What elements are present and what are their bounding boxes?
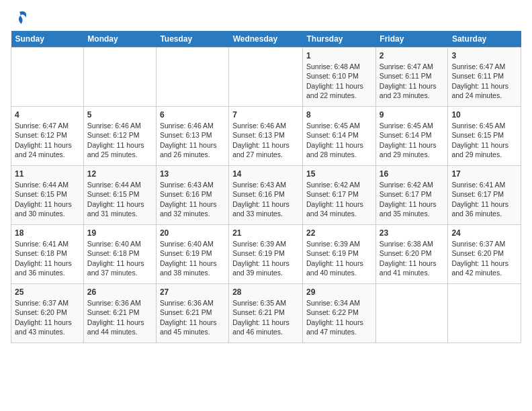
calendar-cell (448, 284, 521, 343)
calendar-cell (11, 48, 84, 107)
day-info: Sunrise: 6:47 AM Sunset: 6:11 PM Dayligh… (451, 62, 508, 99)
calendar-cell: 7Sunrise: 6:46 AM Sunset: 6:13 PM Daylig… (229, 107, 303, 166)
day-number: 9 (380, 109, 445, 120)
day-info: Sunrise: 6:38 AM Sunset: 6:20 PM Dayligh… (380, 240, 437, 277)
calendar-page: SundayMondayTuesdayWednesdayThursdayFrid… (0, 0, 532, 349)
day-info: Sunrise: 6:35 AM Sunset: 6:21 PM Dayligh… (232, 299, 290, 336)
calendar-cell (375, 284, 448, 343)
calendar-cell: 15Sunrise: 6:42 AM Sunset: 6:17 PM Dayli… (303, 166, 376, 225)
day-info: Sunrise: 6:47 AM Sunset: 6:11 PM Dayligh… (380, 62, 437, 99)
calendar-cell: 21Sunrise: 6:39 AM Sunset: 6:19 PM Dayli… (229, 225, 303, 284)
page-header (11, 8, 521, 27)
day-number: 10 (451, 109, 517, 120)
day-number: 6 (160, 109, 225, 120)
day-info: Sunrise: 6:46 AM Sunset: 6:13 PM Dayligh… (160, 122, 217, 158)
day-info: Sunrise: 6:42 AM Sunset: 6:17 PM Dayligh… (306, 181, 363, 218)
logo-icon (11, 8, 30, 27)
day-info: Sunrise: 6:43 AM Sunset: 6:16 PM Dayligh… (160, 181, 217, 218)
day-info: Sunrise: 6:41 AM Sunset: 6:18 PM Dayligh… (15, 240, 72, 277)
day-info: Sunrise: 6:48 AM Sunset: 6:10 PM Dayligh… (306, 62, 363, 99)
day-number: 23 (380, 228, 445, 238)
day-number: 8 (306, 109, 372, 120)
day-info: Sunrise: 6:45 AM Sunset: 6:14 PM Dayligh… (380, 122, 437, 158)
calendar-cell: 25Sunrise: 6:37 AM Sunset: 6:20 PM Dayli… (11, 284, 84, 343)
day-number: 29 (306, 287, 372, 298)
day-number: 2 (380, 50, 445, 61)
logo (11, 8, 32, 27)
day-number: 22 (306, 228, 372, 238)
weekday-header-monday: Monday (83, 31, 156, 48)
calendar-cell (83, 48, 156, 107)
day-number: 11 (15, 169, 80, 179)
calendar-week-5: 25Sunrise: 6:37 AM Sunset: 6:20 PM Dayli… (11, 284, 521, 343)
calendar-cell: 14Sunrise: 6:43 AM Sunset: 6:16 PM Dayli… (229, 166, 303, 225)
day-number: 14 (232, 169, 299, 179)
day-number: 15 (306, 169, 372, 179)
day-info: Sunrise: 6:45 AM Sunset: 6:15 PM Dayligh… (451, 122, 508, 158)
day-number: 4 (15, 109, 80, 120)
calendar-cell: 10Sunrise: 6:45 AM Sunset: 6:15 PM Dayli… (448, 107, 521, 166)
calendar-cell (156, 48, 228, 107)
calendar-cell: 23Sunrise: 6:38 AM Sunset: 6:20 PM Dayli… (375, 225, 448, 284)
day-number: 27 (160, 287, 225, 298)
calendar-cell: 4Sunrise: 6:47 AM Sunset: 6:12 PM Daylig… (11, 107, 84, 166)
day-info: Sunrise: 6:41 AM Sunset: 6:17 PM Dayligh… (451, 181, 508, 218)
day-info: Sunrise: 6:39 AM Sunset: 6:19 PM Dayligh… (306, 240, 363, 277)
day-info: Sunrise: 6:42 AM Sunset: 6:17 PM Dayligh… (380, 181, 437, 218)
day-number: 7 (232, 109, 299, 120)
calendar-week-4: 18Sunrise: 6:41 AM Sunset: 6:18 PM Dayli… (11, 225, 521, 284)
day-info: Sunrise: 6:40 AM Sunset: 6:18 PM Dayligh… (87, 240, 144, 277)
calendar-cell: 18Sunrise: 6:41 AM Sunset: 6:18 PM Dayli… (11, 225, 84, 284)
calendar-week-3: 11Sunrise: 6:44 AM Sunset: 6:15 PM Dayli… (11, 166, 521, 225)
day-info: Sunrise: 6:34 AM Sunset: 6:22 PM Dayligh… (306, 299, 363, 336)
calendar-cell: 20Sunrise: 6:40 AM Sunset: 6:19 PM Dayli… (156, 225, 228, 284)
day-number: 3 (451, 50, 517, 61)
calendar-cell: 22Sunrise: 6:39 AM Sunset: 6:19 PM Dayli… (303, 225, 376, 284)
calendar-cell: 6Sunrise: 6:46 AM Sunset: 6:13 PM Daylig… (156, 107, 228, 166)
calendar-cell: 8Sunrise: 6:45 AM Sunset: 6:14 PM Daylig… (303, 107, 376, 166)
weekday-header-sunday: Sunday (11, 31, 84, 48)
day-number: 5 (87, 109, 152, 120)
day-info: Sunrise: 6:45 AM Sunset: 6:14 PM Dayligh… (306, 122, 363, 158)
weekday-header-saturday: Saturday (448, 31, 521, 48)
calendar-cell: 24Sunrise: 6:37 AM Sunset: 6:20 PM Dayli… (448, 225, 521, 284)
calendar-cell: 9Sunrise: 6:45 AM Sunset: 6:14 PM Daylig… (375, 107, 448, 166)
calendar-cell: 13Sunrise: 6:43 AM Sunset: 6:16 PM Dayli… (156, 166, 228, 225)
calendar-cell: 1Sunrise: 6:48 AM Sunset: 6:10 PM Daylig… (303, 48, 376, 107)
calendar-cell: 17Sunrise: 6:41 AM Sunset: 6:17 PM Dayli… (448, 166, 521, 225)
calendar-cell: 28Sunrise: 6:35 AM Sunset: 6:21 PM Dayli… (229, 284, 303, 343)
calendar-cell: 12Sunrise: 6:44 AM Sunset: 6:15 PM Dayli… (83, 166, 156, 225)
day-number: 12 (87, 169, 152, 179)
calendar-cell (229, 48, 303, 107)
day-number: 26 (87, 287, 152, 298)
day-info: Sunrise: 6:44 AM Sunset: 6:15 PM Dayligh… (87, 181, 144, 218)
calendar-cell: 27Sunrise: 6:36 AM Sunset: 6:21 PM Dayli… (156, 284, 228, 343)
day-info: Sunrise: 6:44 AM Sunset: 6:15 PM Dayligh… (15, 181, 72, 218)
day-info: Sunrise: 6:47 AM Sunset: 6:12 PM Dayligh… (15, 122, 72, 158)
weekday-header-tuesday: Tuesday (156, 31, 228, 48)
calendar-cell: 19Sunrise: 6:40 AM Sunset: 6:18 PM Dayli… (83, 225, 156, 284)
day-number: 18 (15, 228, 80, 238)
calendar-cell: 2Sunrise: 6:47 AM Sunset: 6:11 PM Daylig… (375, 48, 448, 107)
day-info: Sunrise: 6:39 AM Sunset: 6:19 PM Dayligh… (232, 240, 290, 277)
day-number: 19 (87, 228, 152, 238)
day-info: Sunrise: 6:37 AM Sunset: 6:20 PM Dayligh… (15, 299, 72, 336)
calendar-cell: 29Sunrise: 6:34 AM Sunset: 6:22 PM Dayli… (303, 284, 376, 343)
day-info: Sunrise: 6:46 AM Sunset: 6:13 PM Dayligh… (232, 122, 290, 158)
day-info: Sunrise: 6:36 AM Sunset: 6:21 PM Dayligh… (87, 299, 144, 336)
calendar-week-2: 4Sunrise: 6:47 AM Sunset: 6:12 PM Daylig… (11, 107, 521, 166)
calendar-cell: 11Sunrise: 6:44 AM Sunset: 6:15 PM Dayli… (11, 166, 84, 225)
weekday-header-wednesday: Wednesday (229, 31, 303, 48)
calendar-week-1: 1Sunrise: 6:48 AM Sunset: 6:10 PM Daylig… (11, 48, 521, 107)
weekday-header-row: SundayMondayTuesdayWednesdayThursdayFrid… (11, 31, 521, 48)
day-number: 21 (232, 228, 299, 238)
calendar-cell: 5Sunrise: 6:46 AM Sunset: 6:12 PM Daylig… (83, 107, 156, 166)
day-number: 28 (232, 287, 299, 298)
day-info: Sunrise: 6:37 AM Sunset: 6:20 PM Dayligh… (451, 240, 508, 277)
calendar-cell: 16Sunrise: 6:42 AM Sunset: 6:17 PM Dayli… (375, 166, 448, 225)
day-number: 16 (380, 169, 445, 179)
calendar-cell: 3Sunrise: 6:47 AM Sunset: 6:11 PM Daylig… (448, 48, 521, 107)
day-info: Sunrise: 6:36 AM Sunset: 6:21 PM Dayligh… (160, 299, 217, 336)
calendar-table: SundayMondayTuesdayWednesdayThursdayFrid… (11, 31, 521, 343)
day-info: Sunrise: 6:43 AM Sunset: 6:16 PM Dayligh… (232, 181, 290, 218)
